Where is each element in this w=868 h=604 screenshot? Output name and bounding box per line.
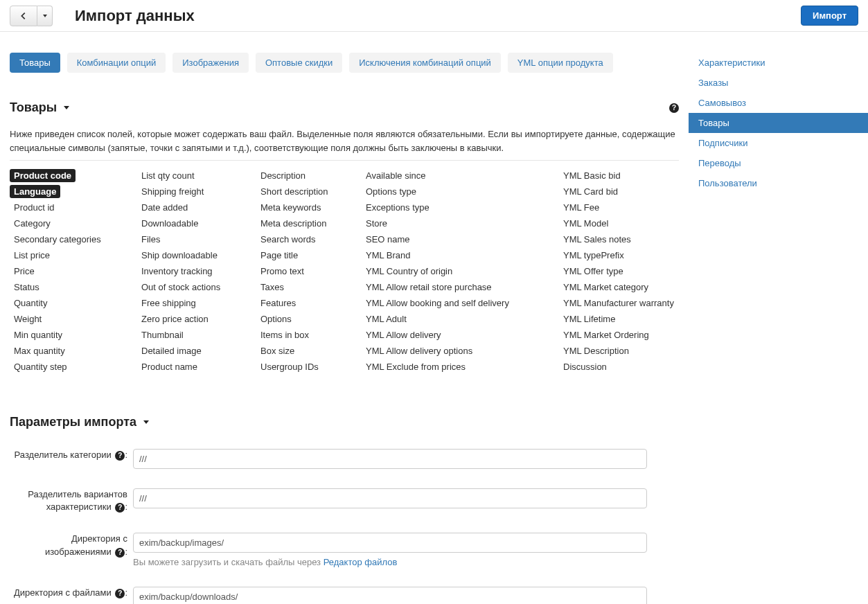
- form-label: Разделитель вариантов характеристики ?:: [10, 488, 133, 513]
- field-item: Secondary categories: [10, 233, 129, 246]
- form-input-2[interactable]: [133, 533, 647, 553]
- tab-3[interactable]: Оптовые скидки: [256, 53, 342, 73]
- field-item: Items in box: [256, 328, 353, 341]
- main-content: ТоварыКомбинации опцийИзображенияОптовые…: [0, 32, 689, 604]
- back-dropdown[interactable]: [37, 6, 53, 26]
- back-button[interactable]: [10, 6, 37, 26]
- caret-down-icon: [43, 15, 47, 17]
- form-input-0[interactable]: [133, 449, 647, 469]
- field-item: Exceptions type: [362, 201, 551, 214]
- sidebar-item-1[interactable]: Заказы: [689, 73, 868, 93]
- tab-0[interactable]: Товары: [10, 53, 60, 73]
- section-params-title[interactable]: Параметры импорта: [10, 415, 679, 429]
- import-button[interactable]: Импорт: [801, 6, 858, 26]
- fields-columns: Product codeLanguageProduct idCategorySe…: [10, 169, 679, 376]
- field-item: Product name: [137, 360, 248, 373]
- file-editor-link[interactable]: Редактор файлов: [324, 557, 398, 567]
- form-label: Директория с файлами ?:: [10, 587, 133, 599]
- tab-4[interactable]: Исключения комбинаций опций: [349, 53, 501, 73]
- field-item: List price: [10, 249, 129, 262]
- field-item: YML Allow delivery options: [362, 344, 551, 357]
- help-icon[interactable]: ?: [115, 451, 125, 461]
- field-item: Meta description: [256, 217, 353, 230]
- field-item: Taxes: [256, 281, 353, 294]
- field-item: Inventory tracking: [137, 265, 248, 278]
- field-item: Files: [137, 233, 248, 246]
- tab-5[interactable]: YML опции продукта: [508, 53, 613, 73]
- field-item: YML Manufacturer warranty: [559, 296, 689, 310]
- field-item: Thumbnail: [137, 328, 248, 341]
- caret-down-icon: [143, 420, 149, 424]
- form-label: Разделитель категории ?:: [10, 449, 133, 461]
- field-item: YML Exclude from prices: [362, 360, 551, 373]
- help-icon[interactable]: ?: [115, 548, 125, 558]
- field-item: Ship downloadable: [137, 249, 248, 262]
- field-item: YML Allow booking and self delivery: [362, 296, 551, 310]
- form-input-1[interactable]: [133, 488, 647, 508]
- intro-text: Ниже приведен список полей, которые може…: [10, 127, 679, 154]
- sidebar-item-6[interactable]: Пользователи: [689, 173, 868, 193]
- tab-1[interactable]: Комбинации опций: [67, 53, 166, 73]
- field-item: Zero price action: [137, 312, 248, 326]
- field-item: YML Model: [559, 217, 689, 230]
- field-item: Weight: [10, 312, 129, 326]
- tabs: ТоварыКомбинации опцийИзображенияОптовые…: [10, 53, 679, 73]
- tab-2[interactable]: Изображения: [172, 53, 249, 73]
- form-hint: Вы можете загрузить и скачать файлы чере…: [133, 557, 679, 567]
- field-item: Downloadable: [137, 217, 248, 230]
- field-item: Language: [10, 185, 60, 198]
- field-item: Quantity: [10, 296, 129, 310]
- field-item: YML Lifetime: [559, 312, 689, 326]
- field-item: Box size: [256, 344, 353, 357]
- field-item: Product code: [10, 169, 76, 182]
- header: Импорт данных Импорт: [0, 0, 868, 32]
- help-icon[interactable]: ?: [115, 503, 125, 513]
- sidebar-item-0[interactable]: Характеристики: [689, 53, 868, 73]
- field-item: YML Basic bid: [559, 169, 689, 182]
- sidebar-item-4[interactable]: Подписчики: [689, 133, 868, 153]
- sidebar-item-5[interactable]: Переводы: [689, 153, 868, 173]
- field-item: Usergroup IDs: [256, 360, 353, 373]
- sidebar-item-3[interactable]: Товары: [689, 113, 868, 133]
- field-item: YML Fee: [559, 201, 689, 214]
- field-item: YML Description: [559, 344, 689, 357]
- field-item: List qty count: [137, 169, 248, 182]
- field-item: Product id: [10, 201, 129, 214]
- field-item: Promo text: [256, 265, 353, 278]
- field-item: YML typePrefix: [559, 249, 689, 262]
- field-item: Max quantity: [10, 344, 129, 357]
- field-item: Short description: [256, 185, 353, 198]
- form-input-3[interactable]: [133, 587, 647, 604]
- sidebar: ХарактеристикиЗаказыСамовывозТоварыПодпи…: [689, 32, 868, 604]
- field-item: YML Market Ordering: [559, 328, 689, 341]
- field-item: Price: [10, 265, 129, 278]
- field-item: Free shipping: [137, 296, 248, 310]
- field-item: Quantity step: [10, 360, 129, 373]
- field-item: Options type: [362, 185, 551, 198]
- section-products-title[interactable]: Товары: [10, 100, 69, 115]
- field-item: Search words: [256, 233, 353, 246]
- field-item: Detailed image: [137, 344, 248, 357]
- page-title: Импорт данных: [75, 7, 195, 25]
- help-icon[interactable]: ?: [669, 103, 679, 113]
- field-item: Discussion: [559, 360, 689, 373]
- field-item: YML Allow retail store purchase: [362, 281, 551, 294]
- field-item: Options: [256, 312, 353, 326]
- field-item: YML Market category: [559, 281, 689, 294]
- field-item: Out of stock actions: [137, 281, 248, 294]
- sidebar-item-2[interactable]: Самовывоз: [689, 93, 868, 113]
- help-icon[interactable]: ?: [115, 589, 125, 598]
- field-item: YML Adult: [362, 312, 551, 326]
- field-item: Min quantity: [10, 328, 129, 341]
- field-item: Category: [10, 217, 129, 230]
- field-item: YML Card bid: [559, 185, 689, 198]
- form-label: Директория с изображениями ?:: [10, 533, 133, 558]
- field-item: Shipping freight: [137, 185, 248, 198]
- field-item: Store: [362, 217, 551, 230]
- field-item: SEO name: [362, 233, 551, 246]
- caret-down-icon: [64, 106, 69, 109]
- arrow-left-icon: [19, 11, 28, 21]
- field-item: Features: [256, 296, 353, 310]
- field-item: Page title: [256, 249, 353, 262]
- field-item: YML Country of origin: [362, 265, 551, 278]
